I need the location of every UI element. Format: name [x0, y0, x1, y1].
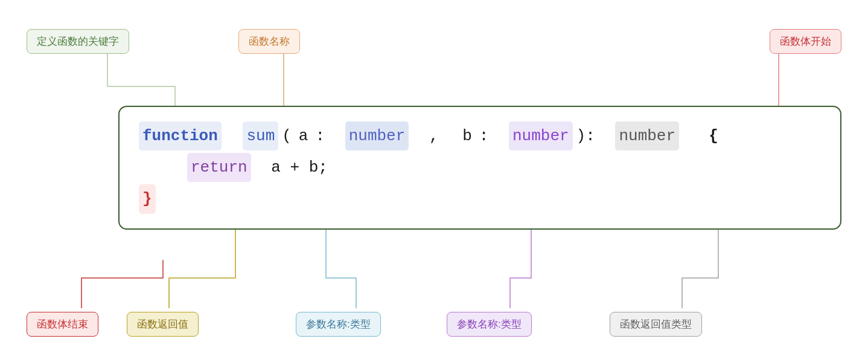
label-return-val: 函数返回值: [127, 312, 199, 337]
code-line-2: return a + b;: [139, 153, 821, 182]
code-block: function sum ( a : number , b : number )…: [118, 106, 841, 230]
token-param-a: a: [295, 121, 312, 150]
label-func-name: 函数名称: [238, 29, 300, 54]
token-brace-close: }: [139, 184, 156, 213]
token-return-type: number: [615, 121, 679, 150]
label-param1: 参数名称:类型: [296, 312, 381, 337]
token-comma: ,: [426, 121, 442, 150]
token-space8: [251, 153, 268, 182]
token-space3: [409, 121, 426, 150]
token-space5: [492, 121, 509, 150]
label-func-body-end: 函数体结束: [27, 312, 98, 337]
label-func-body-start: 函数体开始: [770, 29, 841, 54]
code-line-3: }: [139, 184, 821, 213]
main-container: 定义函数的关键字 函数名称 函数体开始 function sum ( a : n…: [0, 0, 868, 362]
token-space6: [599, 121, 616, 150]
token-return: return: [187, 153, 251, 182]
token-brace-open: {: [705, 121, 722, 150]
token-space7: [679, 121, 705, 150]
token-sum: sum: [243, 121, 278, 150]
code-line-1: function sum ( a : number , b : number )…: [139, 121, 821, 150]
token-space2: [328, 121, 345, 150]
token-paren-open: (: [278, 121, 295, 150]
token-space: [222, 121, 238, 150]
token-paren-close: ):: [573, 121, 599, 150]
token-param-b: b: [459, 121, 476, 150]
token-type-a: number: [345, 121, 409, 150]
token-type-b: number: [509, 121, 573, 150]
token-colon1: :: [311, 121, 328, 150]
token-expr: a + b;: [267, 153, 331, 182]
token-function: function: [139, 121, 222, 150]
label-return-type: 函数返回值类型: [610, 312, 702, 337]
token-colon2: :: [476, 121, 493, 150]
label-param2: 参数名称:类型: [447, 312, 532, 337]
label-define-keyword: 定义函数的关键字: [27, 29, 129, 54]
token-space4: [442, 121, 459, 150]
